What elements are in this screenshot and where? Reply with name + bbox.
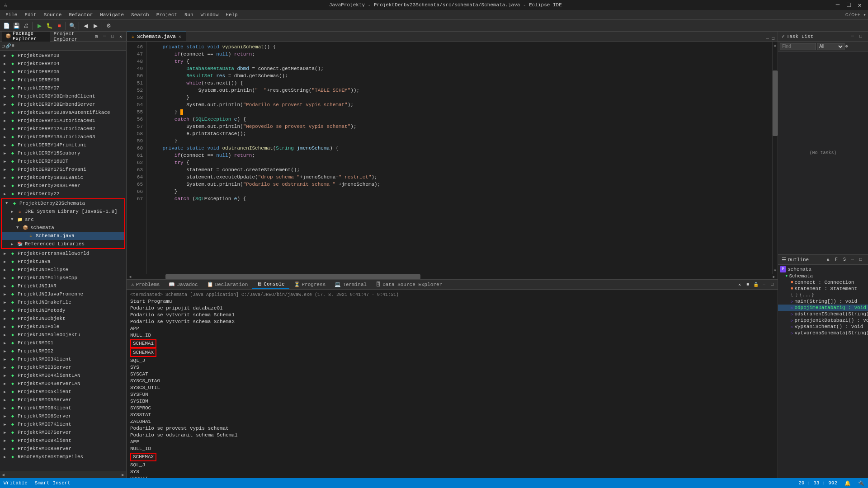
menu-refactor[interactable]: Refactor bbox=[65, 11, 96, 19]
h-scroll-thumb[interactable] bbox=[165, 274, 420, 279]
menu-navigate[interactable]: Navigate bbox=[96, 11, 127, 19]
tree-item-jnipoleobj[interactable]: ▶◆ProjektJNIPoleObjektu bbox=[0, 331, 126, 339]
outline-item-main[interactable]: ▷ main(String[]) : void bbox=[778, 298, 868, 305]
terminate-button[interactable]: ■ bbox=[744, 281, 751, 288]
outline-item-pripojeni[interactable]: ▷ pripojenikDatabazi() : void bbox=[778, 317, 868, 324]
code-content[interactable]: private static void vypsaniSchemat() { i… bbox=[147, 42, 772, 274]
forward-button[interactable]: ▶ bbox=[91, 21, 100, 30]
outline-item-odpojime[interactable]: ▷ odpojimeDatabaziQ : void bbox=[778, 305, 868, 311]
tree-item-jnipromenne[interactable]: ▶◆ProjektJNIJavaPromenne bbox=[0, 290, 126, 298]
tree-item-schemata-pkg[interactable]: ▼📦schemata bbox=[2, 224, 124, 232]
tree-item-derby12[interactable]: ▶◆ProjektDERBY12Autorizace02 bbox=[0, 125, 126, 133]
tree-item-derby10[interactable]: ▶◆ProjektDERBY10JavaAutentifikace bbox=[0, 108, 126, 117]
tree-item-derby08ec[interactable]: ▶◆ProjektDERBY08EmbendClient bbox=[0, 92, 126, 100]
editor-vertical-scrollbar[interactable]: ▲ ▼ bbox=[772, 42, 778, 274]
minimize-editor-button[interactable]: ─ bbox=[765, 36, 770, 41]
scroll-right-btn[interactable]: ▶ bbox=[770, 274, 778, 279]
save-button[interactable]: 💾 bbox=[12, 21, 21, 30]
tree-item-rmi04kl[interactable]: ▶◆ProjektRMI04KlientLAN bbox=[0, 371, 126, 380]
tree-item-rmi06s[interactable]: ▶◆ProjektRMI06Server bbox=[0, 412, 126, 420]
clear-console-button[interactable]: ✕ bbox=[736, 281, 743, 288]
menu-help[interactable]: Help bbox=[222, 11, 241, 19]
tree-item-rmi05s[interactable]: ▶◆ProjektRMI05Server bbox=[0, 396, 126, 404]
tree-item-rmi08k[interactable]: ▶◆ProjektRMI08Klient bbox=[0, 436, 126, 445]
tree-item-rmi02[interactable]: ▶◆ProjektRMI02 bbox=[0, 347, 126, 355]
outline-item-vytvorena[interactable]: ▷ vytvorenaSchemata(String) : bbox=[778, 330, 868, 336]
tab-problems[interactable]: ⚠ Problems bbox=[127, 280, 164, 289]
tree-item-rmi03s[interactable]: ▶◆ProjektRMI03Server bbox=[0, 363, 126, 371]
maximize-editor-button[interactable]: □ bbox=[770, 36, 776, 41]
outline-item-block[interactable]: { } {...} bbox=[778, 292, 868, 298]
tree-item-rmi08s[interactable]: ▶◆ProjektRMI08Server bbox=[0, 445, 126, 453]
tree-item-src[interactable]: ▼📁src bbox=[2, 216, 124, 224]
tree-item-derby16[interactable]: ▶◆ProjektDERBY16UDT bbox=[0, 157, 126, 165]
tree-item-schemata-java[interactable]: ☕Schemata.java bbox=[2, 232, 124, 240]
tree-item-derby20[interactable]: ▶◆ProjektDerby20SSLPeer bbox=[0, 182, 126, 190]
maximize-button[interactable]: □ bbox=[844, 1, 853, 9]
tree-item-derby05[interactable]: ▶◆ProjektDERBY05 bbox=[0, 68, 126, 76]
tab-datasource[interactable]: 🗄 Data Source Explorer bbox=[371, 280, 447, 289]
tree-item-derby11[interactable]: ▶◆ProjektDERBY11Autorizace01 bbox=[0, 117, 126, 125]
tab-schemata-java[interactable]: ☕ Schemata.java ✕ bbox=[127, 32, 186, 41]
tree-item-rmi03k[interactable]: ▶◆ProjektRMI03Klient bbox=[0, 355, 126, 363]
tree-item-ref-libs[interactable]: ▶📚Referenced Libraries bbox=[2, 240, 124, 248]
tree-item-derby15[interactable]: ▶◆ProjektDERBY15Soubory bbox=[0, 149, 126, 157]
tree-item-rmi07k[interactable]: ▶◆ProjektRMI07Klient bbox=[0, 420, 126, 428]
tree-item-derby14[interactable]: ▶◆ProjektDERBY14Primituni bbox=[0, 141, 126, 149]
sort-outline-button[interactable]: ⇅ bbox=[825, 256, 832, 263]
debug-button[interactable]: 🐛 bbox=[45, 21, 54, 30]
collapse-tree-button[interactable]: ⊟ bbox=[2, 43, 5, 49]
outline-item-vypsani[interactable]: ▷ vypsaniSchemat() : void bbox=[778, 324, 868, 330]
minimize-button[interactable]: ─ bbox=[833, 1, 842, 9]
tab-terminal[interactable]: 💻 Terminal bbox=[330, 280, 371, 289]
tree-item-rmi06k[interactable]: ▶◆ProjektRMI06Klient bbox=[0, 404, 126, 412]
tree-item-jnipole[interactable]: ▶◆ProjektJNIPole bbox=[0, 323, 126, 331]
tree-item-derby18[interactable]: ▶◆ProjektDerby18SSLBasic bbox=[0, 174, 126, 182]
tree-item-jnijar[interactable]: ▶◆ProjektJNIJAR bbox=[0, 282, 126, 290]
tree-item-derby23[interactable]: ▼◆ProjektDerby23Schemata bbox=[2, 199, 124, 207]
tree-item-derby17[interactable]: ▶◆ProjektDERBY17Sifrovani bbox=[0, 165, 126, 174]
task-settings-button[interactable]: ⚙ bbox=[845, 44, 848, 49]
tab-declaration[interactable]: 📋 Declaration bbox=[203, 280, 253, 289]
task-find-input[interactable] bbox=[780, 43, 816, 50]
minimize-panel-button[interactable]: ─ bbox=[101, 33, 108, 40]
tree-item-rmi01[interactable]: ▶◆ProjektRMI01 bbox=[0, 339, 126, 347]
tree-item-rmi04sl[interactable]: ▶◆ProjektRMI04ServerLAN bbox=[0, 380, 126, 388]
scroll-right-icon[interactable]: ▶ bbox=[122, 472, 124, 478]
link-editor-button[interactable]: 🔗 bbox=[5, 43, 11, 49]
tree-item-jniobjekt[interactable]: ▶◆ProjektJNIObjekt bbox=[0, 314, 126, 323]
tab-javadoc[interactable]: 📖 Javadoc bbox=[164, 280, 202, 289]
tree-item-rmi07s[interactable]: ▶◆ProjektRMI07Server bbox=[0, 428, 126, 436]
print-button[interactable]: 🖨 bbox=[22, 21, 31, 30]
tree-item-jnimetody[interactable]: ▶◆ProjektJNIMetody bbox=[0, 306, 126, 314]
outline-item-schemata-class[interactable]: ● Schemata bbox=[778, 273, 868, 279]
tree-item-jnimake[interactable]: ▶◆ProjektJNImakefile bbox=[0, 298, 126, 306]
task-filter-select[interactable]: All Activat... bbox=[817, 43, 844, 50]
tree-item-derby03[interactable]: ▶◆ProjektDERBY03 bbox=[0, 52, 126, 60]
menu-edit[interactable]: Edit bbox=[21, 11, 40, 19]
menu-window[interactable]: Window bbox=[197, 11, 222, 19]
tree-item-derby22[interactable]: ▶◆ProjektDerby22 bbox=[0, 190, 126, 198]
scroll-lock-button[interactable]: 🔒 bbox=[752, 281, 760, 288]
tab-console[interactable]: 🖥 Console bbox=[252, 280, 289, 289]
tab-project-explorer[interactable]: Project Explorer bbox=[50, 32, 93, 43]
hide-static-button[interactable]: S bbox=[841, 256, 848, 263]
run-button[interactable]: ▶ bbox=[35, 21, 44, 30]
tree-item-jre[interactable]: ▶☕JRE System Library [JavaSE-1.8] bbox=[2, 207, 124, 216]
maximize-console-button[interactable]: □ bbox=[769, 281, 776, 288]
minimize-outline-button[interactable]: ─ bbox=[849, 256, 856, 263]
tree-item-fortran[interactable]: ▶◆ProjektFortranHalloWorld bbox=[0, 249, 126, 258]
stop-button[interactable]: ■ bbox=[55, 21, 64, 30]
build-button[interactable]: ⚙ bbox=[104, 21, 113, 30]
tree-item-derby04[interactable]: ▶◆ProjektDERBY04 bbox=[0, 60, 126, 68]
hide-fields-button[interactable]: F bbox=[833, 256, 840, 263]
collapse-all-button[interactable]: ⊟ bbox=[93, 33, 100, 40]
left-panel-scrollbar[interactable]: ◀ ▶ bbox=[0, 471, 126, 478]
scroll-down-button[interactable]: ▼ bbox=[773, 267, 778, 274]
title-bar-controls[interactable]: ─ □ ✕ bbox=[833, 1, 864, 9]
menu-run[interactable]: Run bbox=[181, 11, 197, 19]
scroll-left-icon[interactable]: ◀ bbox=[2, 472, 5, 478]
close-button[interactable]: ✕ bbox=[855, 1, 864, 9]
tree-item-jnieclipsecpp[interactable]: ▶◆ProjektJNIEclipseCpp bbox=[0, 274, 126, 282]
tree-item-derby07[interactable]: ▶◆ProjektDERBY07 bbox=[0, 84, 126, 92]
